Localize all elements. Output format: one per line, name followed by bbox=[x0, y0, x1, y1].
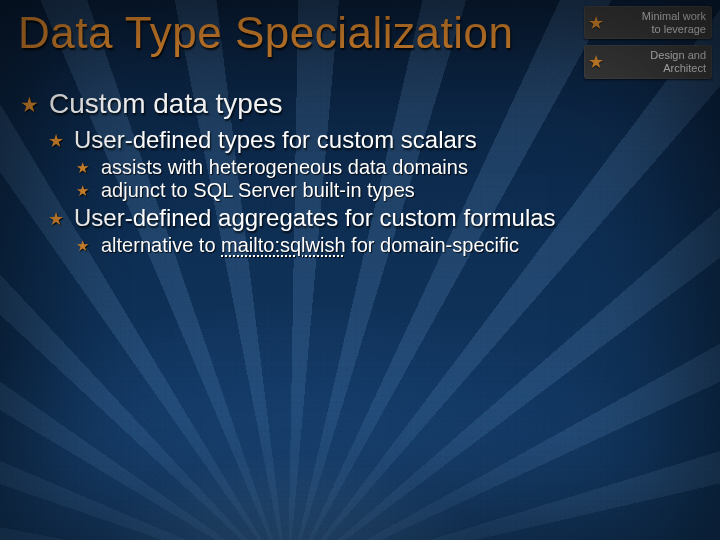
bullet-text: assists with heterogeneous data domains bbox=[101, 156, 468, 179]
badge-stack: ★ Minimal work to leverage ★ Design and … bbox=[584, 6, 712, 85]
list-item: ★ User-defined aggregates for custom for… bbox=[48, 204, 700, 257]
list-item: ★ assists with heterogeneous data domain… bbox=[76, 156, 700, 179]
list-item: ★ User-defined types for custom scalars … bbox=[48, 126, 700, 202]
badge-minimal-work: ★ Minimal work to leverage bbox=[584, 6, 712, 39]
bullet-text: User-defined aggregates for custom formu… bbox=[74, 204, 556, 232]
bullet-text: adjunct to SQL Server built-in types bbox=[101, 179, 415, 202]
slide-title: Data Type Specialization bbox=[18, 8, 513, 58]
slide-body: ★ Custom data types ★ User-defined types… bbox=[20, 88, 700, 263]
slide: Data Type Specialization ★ Minimal work … bbox=[0, 0, 720, 540]
badge-text: Minimal work to leverage bbox=[610, 10, 706, 35]
star-icon: ★ bbox=[48, 130, 64, 152]
star-icon: ★ bbox=[76, 159, 89, 177]
star-icon: ★ bbox=[588, 14, 604, 32]
star-icon: ★ bbox=[20, 93, 39, 117]
bullet-text: Custom data types bbox=[49, 88, 282, 120]
list-item: ★ Custom data types ★ User-defined types… bbox=[20, 88, 700, 257]
star-icon: ★ bbox=[48, 208, 64, 230]
badge-design-architect: ★ Design and Architect bbox=[584, 45, 712, 78]
badge-text: Design and Architect bbox=[610, 49, 706, 74]
mailto-link[interactable]: mailto:sqlwish bbox=[221, 234, 345, 256]
star-icon: ★ bbox=[588, 53, 604, 71]
star-icon: ★ bbox=[76, 182, 89, 200]
list-item: ★ alternative to mailto:sqlwish for doma… bbox=[76, 234, 700, 257]
list-item: ★ adjunct to SQL Server built-in types bbox=[76, 179, 700, 202]
star-icon: ★ bbox=[76, 237, 89, 255]
bullet-text: User-defined types for custom scalars bbox=[74, 126, 477, 154]
bullet-text: alternative to mailto:sqlwish for domain… bbox=[101, 234, 519, 257]
